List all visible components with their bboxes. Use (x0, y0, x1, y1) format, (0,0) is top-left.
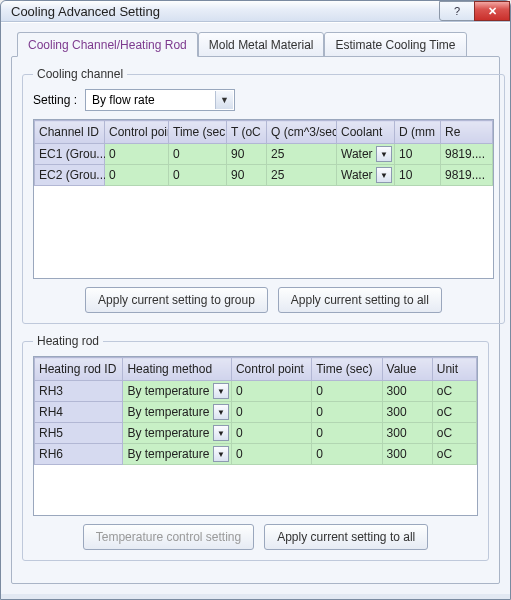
cell-value[interactable]: 300 (382, 381, 432, 402)
setting-label: Setting : (33, 93, 77, 107)
cell-time[interactable]: 0 (312, 444, 382, 465)
table-row[interactable]: RH4 By temperature ▼ 0 0 300 oC (35, 402, 477, 423)
col-unit[interactable]: Unit (432, 358, 476, 381)
cell-re[interactable]: 9819.... (441, 144, 493, 165)
cell-time[interactable]: 0 (169, 144, 227, 165)
footer: Capture OK Cancel (1, 594, 510, 600)
setting-combo[interactable]: By flow rate ▼ (85, 89, 235, 111)
chevron-down-icon[interactable]: ▼ (213, 404, 229, 420)
cell-time[interactable]: 0 (169, 165, 227, 186)
cooling-header-row: Channel ID Control poin Time (sec T (oC … (35, 121, 493, 144)
cell-control-point[interactable]: 0 (105, 144, 169, 165)
table-row[interactable]: EC1 (Grou... 0 0 90 25 Water ▼ 10 (35, 144, 493, 165)
table-row[interactable]: RH5 By temperature ▼ 0 0 300 oC (35, 423, 477, 444)
col-channel-id[interactable]: Channel ID (35, 121, 105, 144)
tab-estimate-cooling[interactable]: Estimate Cooling Time (324, 32, 466, 57)
col-toc[interactable]: T (oC (227, 121, 267, 144)
cell-q[interactable]: 25 (267, 144, 337, 165)
close-button[interactable]: ✕ (474, 1, 510, 21)
cooling-grid[interactable]: Channel ID Control poin Time (sec T (oC … (33, 119, 494, 279)
chevron-down-icon[interactable]: ▼ (213, 425, 229, 441)
cell-method[interactable]: By temperature ▼ (123, 423, 231, 444)
chevron-down-icon[interactable]: ▼ (213, 446, 229, 462)
temp-control-setting-button[interactable]: Temperature control setting (83, 524, 254, 550)
cell-ctrl-point[interactable]: 0 (231, 381, 311, 402)
apply-to-all-button[interactable]: Apply current setting to all (278, 287, 442, 313)
col-value[interactable]: Value (382, 358, 432, 381)
dialog-body: Cooling Channel/Heating Rod Mold Metal M… (1, 22, 510, 594)
help-icon: ? (454, 5, 460, 17)
tabstrip: Cooling Channel/Heating Rod Mold Metal M… (17, 31, 500, 56)
cell-heating-id[interactable]: RH5 (35, 423, 123, 444)
cooling-channel-legend: Cooling channel (33, 67, 127, 81)
cell-time[interactable]: 0 (312, 423, 382, 444)
col-ctrl-point[interactable]: Control point (231, 358, 311, 381)
heating-header-row: Heating rod ID Heating method Control po… (35, 358, 477, 381)
cell-channel-id[interactable]: EC2 (Grou... (35, 165, 105, 186)
cell-d[interactable]: 10 (395, 165, 441, 186)
cell-toc[interactable]: 90 (227, 165, 267, 186)
cell-value[interactable]: 300 (382, 423, 432, 444)
col-coolant[interactable]: Coolant (337, 121, 395, 144)
heating-rod-group: Heating rod Heating rod ID Heating metho… (22, 334, 489, 561)
apply-to-group-button[interactable]: Apply current setting to group (85, 287, 268, 313)
table-row[interactable]: RH6 By temperature ▼ 0 0 300 oC (35, 444, 477, 465)
col-heating-id[interactable]: Heating rod ID (35, 358, 123, 381)
dialog-window: Cooling Advanced Setting ? ✕ Cooling Cha… (0, 0, 511, 600)
heating-apply-all-button[interactable]: Apply current setting to all (264, 524, 428, 550)
chevron-down-icon[interactable]: ▼ (376, 146, 392, 162)
help-button[interactable]: ? (439, 1, 475, 21)
close-icon: ✕ (488, 5, 497, 18)
chevron-down-icon[interactable]: ▼ (213, 383, 229, 399)
chevron-down-icon[interactable]: ▼ (376, 167, 392, 183)
col-q[interactable]: Q (cm^3/sec (267, 121, 337, 144)
col-control-point[interactable]: Control poin (105, 121, 169, 144)
cell-q[interactable]: 25 (267, 165, 337, 186)
col-method[interactable]: Heating method (123, 358, 231, 381)
cell-value[interactable]: 300 (382, 444, 432, 465)
cell-heating-id[interactable]: RH4 (35, 402, 123, 423)
tab-mold-material[interactable]: Mold Metal Material (198, 32, 325, 57)
cell-coolant[interactable]: Water ▼ (337, 144, 395, 165)
col-time[interactable]: Time (sec) (312, 358, 382, 381)
cell-channel-id[interactable]: EC1 (Grou... (35, 144, 105, 165)
cell-d[interactable]: 10 (395, 144, 441, 165)
col-d[interactable]: D (mm (395, 121, 441, 144)
cell-method[interactable]: By temperature ▼ (123, 381, 231, 402)
cell-time[interactable]: 0 (312, 402, 382, 423)
cell-toc[interactable]: 90 (227, 144, 267, 165)
tab-cooling-heating[interactable]: Cooling Channel/Heating Rod (17, 32, 198, 57)
cell-value[interactable]: 300 (382, 402, 432, 423)
cell-unit[interactable]: oC (432, 444, 476, 465)
cell-unit[interactable]: oC (432, 402, 476, 423)
table-row[interactable]: EC2 (Grou... 0 0 90 25 Water ▼ 10 (35, 165, 493, 186)
cell-method[interactable]: By temperature ▼ (123, 444, 231, 465)
cell-control-point[interactable]: 0 (105, 165, 169, 186)
window-title: Cooling Advanced Setting (11, 4, 439, 19)
heating-grid[interactable]: Heating rod ID Heating method Control po… (33, 356, 478, 516)
chevron-down-icon: ▼ (215, 91, 233, 109)
heating-rod-legend: Heating rod (33, 334, 103, 348)
col-time[interactable]: Time (sec (169, 121, 227, 144)
cell-method[interactable]: By temperature ▼ (123, 402, 231, 423)
cell-re[interactable]: 9819.... (441, 165, 493, 186)
tabpanel: Cooling channel Setting : By flow rate ▼ (11, 56, 500, 584)
cell-time[interactable]: 0 (312, 381, 382, 402)
cell-ctrl-point[interactable]: 0 (231, 402, 311, 423)
cell-ctrl-point[interactable]: 0 (231, 423, 311, 444)
cell-ctrl-point[interactable]: 0 (231, 444, 311, 465)
cooling-channel-group: Cooling channel Setting : By flow rate ▼ (22, 67, 505, 324)
cell-heating-id[interactable]: RH6 (35, 444, 123, 465)
setting-value: By flow rate (92, 93, 155, 107)
cell-unit[interactable]: oC (432, 423, 476, 444)
cell-unit[interactable]: oC (432, 381, 476, 402)
cell-coolant[interactable]: Water ▼ (337, 165, 395, 186)
table-row[interactable]: RH3 By temperature ▼ 0 0 300 oC (35, 381, 477, 402)
col-re[interactable]: Re (441, 121, 493, 144)
cell-heating-id[interactable]: RH3 (35, 381, 123, 402)
titlebar: Cooling Advanced Setting ? ✕ (1, 1, 510, 22)
